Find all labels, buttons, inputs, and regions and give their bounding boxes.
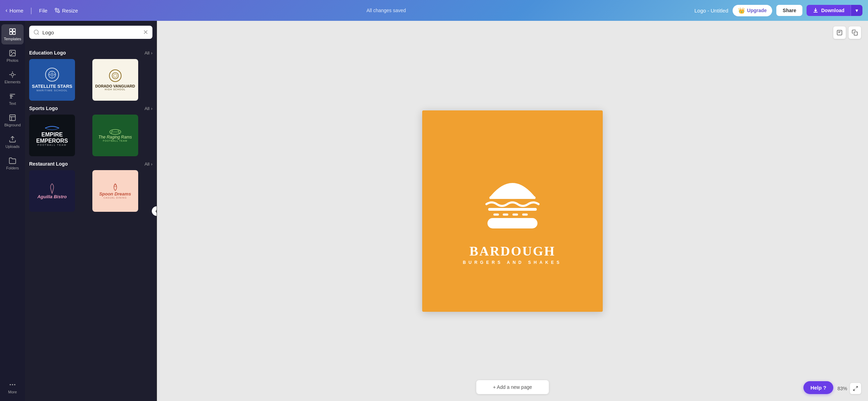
- canvas-toolbar: [833, 26, 861, 39]
- restaurant-logo-all-button[interactable]: All ›: [144, 161, 152, 167]
- download-dropdown-button[interactable]: ▼: [851, 5, 862, 16]
- search-bar: ✕: [29, 26, 152, 39]
- education-logo-all-button[interactable]: All ›: [144, 50, 152, 56]
- zoom-label: 83%: [837, 386, 847, 391]
- search-bar-wrap: ✕: [25, 21, 157, 42]
- svg-point-8: [11, 73, 14, 76]
- icon-sidebar: Templates Photos Elements T Text: [0, 21, 25, 401]
- sidebar-item-background[interactable]: Bkground: [1, 110, 24, 131]
- download-icon: [813, 8, 818, 13]
- svg-rect-1: [58, 11, 59, 12]
- svg-rect-23: [854, 32, 858, 35]
- canvas-wrapper: BARDOUGH BURGERS AND SHAKES: [422, 110, 603, 312]
- sports-logo-all-button[interactable]: All ›: [144, 106, 152, 111]
- svg-rect-27: [512, 214, 518, 216]
- template-card-rest-2[interactable]: Spoon Dreams CASUAL DINING: [92, 170, 138, 212]
- upload-icon: [9, 135, 16, 143]
- notes-button[interactable]: [833, 26, 846, 39]
- elements-icon: [9, 71, 16, 78]
- svg-point-19: [114, 74, 117, 77]
- download-button-group: Download ▼: [807, 5, 862, 16]
- empire-emperors-logo-icon: [43, 125, 61, 132]
- svg-rect-4: [10, 32, 12, 34]
- topbar: ‹ Home | File Resize All changes saved L…: [0, 0, 868, 21]
- dorado-vanguard-logo-icon: [111, 71, 120, 80]
- sidebar-item-text[interactable]: T Text: [1, 89, 24, 109]
- template-card-edu-2[interactable]: DORADO VANGUARD HIGH SCHOOL: [92, 59, 138, 101]
- template-card-edu-1[interactable]: SATELLITE STARS MARITIME SCHOOL: [29, 59, 75, 101]
- file-menu-button[interactable]: File: [39, 8, 48, 14]
- education-logo-title: Education Logo: [29, 50, 66, 56]
- spoon-dreams-logo-icon: [111, 183, 119, 191]
- sidebar-item-templates[interactable]: Templates: [1, 24, 24, 44]
- svg-point-21: [114, 185, 116, 187]
- raging-rams-logo-icon: [108, 129, 122, 135]
- brand-sub: BURGERS AND SHAKES: [463, 260, 562, 265]
- copy-icon: [852, 30, 858, 36]
- autosave-status: All changes saved: [84, 8, 689, 13]
- svg-rect-24: [488, 208, 537, 211]
- resize-button[interactable]: Resize: [55, 8, 78, 14]
- education-logo-section-header: Education Logo All ›: [29, 50, 152, 56]
- template-card-rest-1[interactable]: Aguilla Bistro: [29, 170, 75, 212]
- sidebar-item-elements[interactable]: Elements: [1, 67, 24, 87]
- svg-rect-10: [10, 115, 16, 121]
- templates-scroll: Education Logo All ›: [25, 42, 157, 401]
- share-button[interactable]: Share: [776, 5, 802, 16]
- template-card-sports-1[interactable]: EMPIREEMPERORS FOOTBALL TEAM: [29, 115, 75, 156]
- svg-rect-25: [493, 214, 499, 216]
- svg-rect-28: [522, 214, 528, 216]
- sidebar-item-folders[interactable]: Folders: [1, 153, 24, 174]
- svg-rect-2: [10, 29, 12, 31]
- education-logo-grid: SATELLITE STARS MARITIME SCHOOL DORADO V…: [29, 59, 152, 101]
- background-icon: [9, 114, 16, 122]
- aguilla-bistro-logo-icon: [48, 183, 56, 194]
- copy-button[interactable]: [849, 26, 861, 39]
- svg-point-13: [14, 384, 16, 385]
- download-button[interactable]: Download: [807, 5, 851, 16]
- burger-logo-icon: [474, 157, 551, 241]
- restaurant-logo-section-header: Restaurant Logo All ›: [29, 161, 152, 167]
- svg-rect-0: [55, 8, 57, 10]
- svg-point-12: [12, 384, 13, 385]
- svg-point-7: [11, 51, 12, 52]
- clear-search-button[interactable]: ✕: [143, 28, 148, 36]
- satellite-stars-logo-icon: [47, 70, 57, 80]
- photos-icon: [9, 49, 16, 57]
- svg-rect-29: [487, 218, 537, 228]
- resize-icon: [55, 8, 60, 13]
- sports-logo-title: Sports Logo: [29, 106, 58, 111]
- more-icon: [9, 381, 16, 389]
- brand-name: BARDOUGH: [469, 243, 556, 259]
- canvas-area: BARDOUGH BURGERS AND SHAKES + Add a new …: [157, 21, 868, 401]
- templates-panel: ✕ Education Logo All ›: [25, 21, 157, 401]
- add-page-bar[interactable]: + Add a new page: [476, 380, 549, 394]
- canvas-card[interactable]: BARDOUGH BURGERS AND SHAKES: [422, 110, 603, 312]
- help-button[interactable]: Help ?: [803, 381, 833, 394]
- sports-logo-grid: EMPIREEMPERORS FOOTBALL TEAM The Raging …: [29, 115, 152, 156]
- svg-point-18: [112, 73, 118, 79]
- templates-icon: [9, 28, 16, 35]
- document-title: Logo - Untitled: [694, 8, 728, 14]
- notes-icon: [836, 30, 843, 36]
- svg-point-11: [10, 384, 11, 385]
- sidebar-item-photos[interactable]: Photos: [1, 46, 24, 66]
- restaurant-logo-title: Restaurant Logo: [29, 161, 68, 167]
- svg-rect-26: [503, 214, 508, 216]
- main-layout: Templates Photos Elements T Text: [0, 21, 868, 401]
- upgrade-button[interactable]: 👑 Upgrade: [733, 5, 773, 16]
- folder-icon: [9, 157, 16, 165]
- text-icon: T: [9, 92, 16, 100]
- sidebar-item-uploads[interactable]: Uploads: [1, 132, 24, 152]
- sidebar-item-more[interactable]: More: [1, 377, 24, 398]
- template-card-sports-2[interactable]: The Raging Rams FOOTBALL TEAM: [92, 115, 138, 156]
- home-button[interactable]: ‹ Home: [6, 7, 23, 14]
- search-icon: [33, 29, 40, 35]
- search-input[interactable]: [42, 30, 140, 35]
- restaurant-logo-grid: Aguilla Bistro Spoon Dreams CASUAL DININ…: [29, 170, 152, 212]
- svg-point-14: [34, 30, 38, 34]
- svg-rect-5: [13, 32, 15, 34]
- svg-rect-3: [13, 29, 15, 31]
- sports-logo-section-header: Sports Logo All ›: [29, 106, 152, 111]
- zoom-expand-button[interactable]: [850, 383, 861, 394]
